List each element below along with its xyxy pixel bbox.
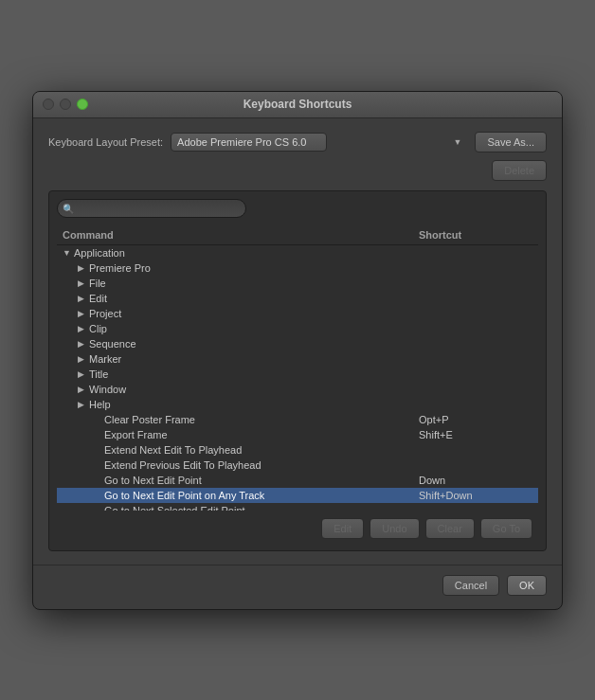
tree-row[interactable]: ▶ Window (57, 382, 538, 397)
command-label: Clip (89, 323, 419, 334)
go-to-button[interactable]: Go To (480, 518, 532, 539)
command-label: Clear Poster Frame (104, 414, 419, 425)
collapse-arrow: ▶ (78, 369, 89, 379)
delete-button[interactable]: Delete (492, 160, 547, 181)
collapse-arrow: ▶ (78, 400, 89, 409)
main-content: Keyboard Layout Preset: Adobe Premiere P… (33, 118, 562, 565)
delete-row: Delete (48, 160, 547, 181)
collapse-arrow: ▶ (78, 339, 89, 349)
keyboard-shortcuts-window: Keyboard Shortcuts Keyboard Layout Prese… (32, 91, 563, 610)
preset-select-wrapper: Adobe Premiere Pro CS 6.0 (171, 133, 467, 152)
search-input[interactable] (57, 199, 246, 218)
table-header: Command Shortcut (57, 225, 538, 245)
save-as-button[interactable]: Save As... (475, 132, 547, 153)
command-label: Help (89, 399, 419, 410)
command-label: Extend Next Edit To Playhead (104, 444, 419, 456)
command-tree[interactable]: ▼ Application ▶ Premiere Pro ▶ File ▶ Ed… (57, 245, 538, 511)
clear-button[interactable]: Clear (425, 518, 475, 539)
titlebar: Keyboard Shortcuts (33, 92, 562, 118)
preset-select[interactable]: Adobe Premiere Pro CS 6.0 (171, 133, 327, 152)
tree-row[interactable]: ▶ Help (57, 397, 538, 412)
tree-row[interactable]: ▶ Edit (57, 291, 538, 306)
preset-row: Keyboard Layout Preset: Adobe Premiere P… (48, 132, 547, 153)
tree-row[interactable]: Extend Previous Edit To Playhead (57, 458, 538, 473)
tree-row[interactable]: Go to Next Edit Point on Any Track Shift… (57, 488, 538, 503)
col-command-header: Command (63, 229, 419, 241)
cancel-button[interactable]: Cancel (442, 575, 499, 596)
tree-row[interactable]: ▼ Application (57, 245, 538, 260)
command-label: Window (89, 384, 419, 395)
tree-row[interactable]: ▶ Clip (57, 321, 538, 336)
tree-row[interactable]: ▶ File (57, 276, 538, 291)
collapse-arrow: ▶ (78, 263, 89, 273)
expand-arrow: ▼ (63, 248, 74, 258)
search-panel: Command Shortcut ▼ Application ▶ Premier… (48, 190, 547, 551)
command-label: Title (89, 368, 419, 380)
collapse-arrow: ▶ (78, 324, 89, 333)
collapse-arrow: ▶ (78, 385, 89, 394)
tree-row[interactable]: ▶ Marker (57, 351, 538, 367)
collapse-arrow: ▶ (78, 278, 89, 288)
shortcut-label: Shift+E (419, 429, 532, 440)
command-label: Edit (89, 293, 419, 304)
tree-row[interactable]: ▶ Project (57, 306, 538, 321)
edit-button[interactable]: Edit (321, 518, 364, 539)
command-label: Go to Next Selected Edit Point (104, 505, 419, 511)
tree-row[interactable]: ▶ Title (57, 367, 538, 382)
window-title: Keyboard Shortcuts (243, 98, 352, 111)
command-label: Export Frame (104, 429, 419, 440)
collapse-arrow: ▶ (78, 294, 89, 303)
action-buttons: Edit Undo Clear Go To (57, 511, 538, 543)
col-shortcut-header: Shortcut (419, 229, 532, 241)
preset-label: Keyboard Layout Preset: (48, 136, 163, 148)
maximize-button[interactable] (77, 99, 88, 110)
shortcut-label: Shift+Down (419, 490, 532, 501)
ok-button[interactable]: OK (507, 575, 547, 596)
command-label: Project (89, 308, 419, 319)
close-button[interactable] (43, 99, 54, 110)
collapse-arrow: ▶ (78, 309, 89, 318)
tree-row[interactable]: ▶ Premiere Pro (57, 260, 538, 276)
tree-row[interactable]: Go to Next Edit Point Down (57, 473, 538, 488)
command-label: Extend Previous Edit To Playhead (104, 459, 419, 471)
tree-row[interactable]: Extend Next Edit To Playhead (57, 442, 538, 458)
tree-row[interactable]: Go to Next Selected Edit Point (57, 503, 538, 511)
undo-button[interactable]: Undo (370, 518, 419, 539)
command-label: Go to Next Edit Point on Any Track (104, 490, 419, 501)
search-input-wrapper (57, 199, 538, 218)
command-label: File (89, 278, 419, 289)
tree-row[interactable]: Export Frame Shift+E (57, 427, 538, 442)
tree-row[interactable]: Clear Poster Frame Opt+P (57, 412, 538, 427)
command-label: Application (74, 247, 419, 259)
shortcut-label: Down (419, 475, 532, 486)
minimize-button[interactable] (60, 99, 71, 110)
command-label: Premiere Pro (89, 262, 419, 274)
dialog-footer: Cancel OK (33, 565, 562, 609)
tree-row[interactable]: ▶ Sequence (57, 336, 538, 351)
command-label: Go to Next Edit Point (104, 475, 419, 486)
command-label: Sequence (89, 338, 419, 350)
shortcut-label: Opt+P (419, 414, 532, 425)
command-label: Marker (89, 353, 419, 365)
traffic-lights (43, 99, 88, 110)
collapse-arrow: ▶ (78, 354, 89, 364)
